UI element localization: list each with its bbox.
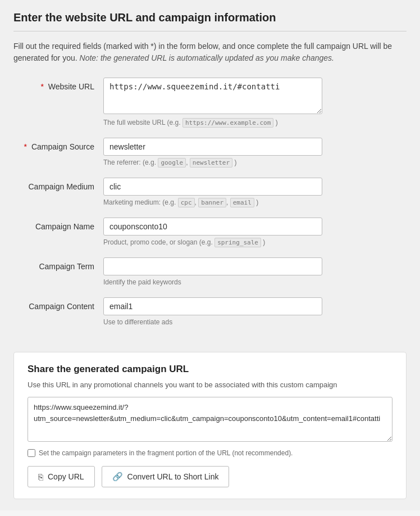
campaign-term-row: Campaign Term Identify the paid keywords xyxy=(13,257,407,286)
copy-url-button[interactable]: ⎘ Copy URL xyxy=(28,466,95,487)
fragment-checkbox[interactable] xyxy=(28,449,35,457)
campaign-medium-input[interactable]: clic xyxy=(103,178,322,196)
share-subtitle: Use this URL in any promotional channels… xyxy=(28,381,392,389)
campaign-medium-label: Campaign Medium xyxy=(13,178,103,191)
copy-url-label: Copy URL xyxy=(48,472,84,481)
campaign-source-label: * Campaign Source xyxy=(13,138,103,151)
page-title: Enter the website URL and campaign infor… xyxy=(13,11,407,24)
campaign-name-row: Campaign Name couponsconto10 Product, pr… xyxy=(13,218,407,246)
page-description: Fill out the required fields (marked wit… xyxy=(13,40,407,64)
campaign-source-hint: The referrer: (e.g. google, newsletter ) xyxy=(103,159,407,166)
share-box: Share the generated campaign URL Use thi… xyxy=(13,352,407,499)
link-icon: 🔗 xyxy=(112,472,123,482)
campaign-content-input[interactable]: email1 xyxy=(103,297,322,315)
share-title: Share the generated campaign URL xyxy=(28,364,392,375)
campaign-source-row: * Campaign Source newsletter The referre… xyxy=(13,138,407,166)
campaign-form: * Website URL https://www.squeezemind.it… xyxy=(13,78,407,346)
campaign-term-input[interactable] xyxy=(103,257,322,275)
campaign-medium-row: Campaign Medium clic Marketing medium: (… xyxy=(13,178,407,206)
campaign-name-input[interactable]: couponsconto10 xyxy=(103,218,322,236)
fragment-label: Set the campaign parameters in the fragm… xyxy=(39,449,293,457)
campaign-content-row: Campaign Content email1 Use to different… xyxy=(13,297,407,326)
copy-icon: ⎘ xyxy=(38,472,43,482)
campaign-term-label: Campaign Term xyxy=(13,257,103,271)
campaign-source-input[interactable]: newsletter xyxy=(103,138,322,156)
campaign-medium-hint: Marketing medium: (e.g. cpc, banner, ema… xyxy=(103,198,407,206)
generated-url-textarea[interactable]: https://www.squeezemind.it/?utm_source=n… xyxy=(28,397,392,442)
website-url-label: * Website URL xyxy=(13,78,103,91)
convert-url-button[interactable]: 🔗 Convert URL to Short Link xyxy=(102,466,230,487)
section-divider xyxy=(13,31,407,31)
action-buttons: ⎘ Copy URL 🔗 Convert URL to Short Link xyxy=(28,466,392,487)
fragment-option: Set the campaign parameters in the fragm… xyxy=(28,449,392,457)
website-url-hint: The full website URL (e.g. https://www.e… xyxy=(103,119,407,126)
campaign-content-label: Campaign Content xyxy=(13,297,103,311)
campaign-term-hint: Identify the paid keywords xyxy=(103,278,407,286)
campaign-content-hint: Use to differentiate ads xyxy=(103,318,407,326)
website-url-row: * Website URL https://www.squeezemind.it… xyxy=(13,78,407,126)
website-url-input[interactable]: https://www.squeezemind.it/#contatti xyxy=(103,78,322,114)
campaign-name-label: Campaign Name xyxy=(13,218,103,231)
convert-url-label: Convert URL to Short Link xyxy=(127,472,219,481)
campaign-name-hint: Product, promo code, or slogan (e.g. spr… xyxy=(103,238,407,246)
